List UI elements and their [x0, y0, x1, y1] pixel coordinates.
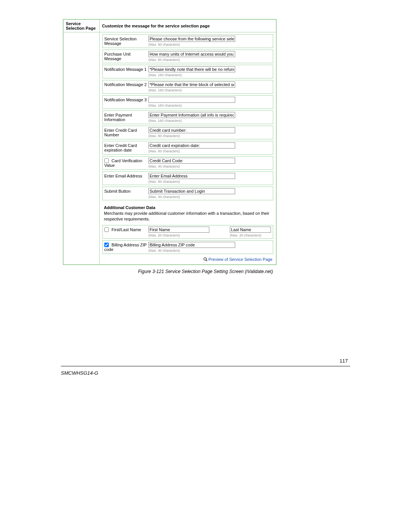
input-payment-info[interactable]: [148, 112, 235, 118]
panel-body: Service Selection Message (Max. 80 chara…: [100, 32, 276, 264]
additional-title: Additional Customer Data: [104, 205, 272, 211]
label-payment-info: Enter Payment Information: [104, 112, 148, 122]
model-id: SMCWHSG14-G: [61, 370, 350, 376]
preview-row: Preview of Service Selection Page: [100, 256, 276, 264]
input-purchase-unit[interactable]: [148, 51, 235, 57]
input-cc-number[interactable]: [148, 127, 235, 133]
label-billing-zip-text: Billing Address ZIP code: [104, 243, 147, 252]
label-cvv-text: Card Verification Value: [104, 158, 142, 168]
checkbox-billing-zip[interactable]: [104, 243, 109, 247]
label-notif2: Notification Message 2: [104, 81, 148, 87]
hint-notif1: (Max. 160 characters): [148, 73, 271, 77]
panel-right-header: Customize the message for the service se…: [100, 20, 276, 32]
row-notif2: Notification Message 2 (Max. 160 charact…: [102, 80, 273, 94]
panel-left-header: Service Selection Page: [64, 20, 100, 32]
checkbox-first-last[interactable]: [104, 227, 109, 232]
row-cvv: Card Verification Value (Max. 40 charact…: [102, 156, 273, 170]
page-number: 117: [61, 358, 350, 364]
label-notif3: Notification Message 3: [104, 97, 148, 102]
label-cc-number: Enter Credit Card Number: [104, 127, 148, 137]
hint-purchase-unit: (Max. 80 characters): [148, 58, 271, 62]
hint-service-selection: (Max. 80 characters): [148, 43, 271, 46]
row-billing-zip: Billing Address ZIP code (Max. 40 charac…: [102, 240, 273, 254]
hint-cc-exp: (Max. 80 characters): [148, 149, 271, 153]
row-notif1: Notification Message 1 (Max. 160 charact…: [102, 65, 273, 78]
hint-notif2: (Max. 160 characters): [148, 88, 271, 92]
input-last-name[interactable]: [230, 227, 271, 233]
label-purchase-unit: Purchase Unit Message: [104, 51, 148, 61]
hint-payment-info: (Max. 160 characters): [148, 119, 271, 123]
hint-last-name: (Max. 20 characters): [230, 233, 271, 237]
hint-billing-zip: (Max. 40 characters): [148, 249, 271, 252]
svg-point-0: [204, 257, 206, 260]
input-submit[interactable]: [148, 188, 235, 194]
row-first-last: First/Last Name (Max. 20 characters): [102, 225, 273, 239]
label-cc-exp: Enter Credit Card expiration date: [104, 142, 148, 152]
input-service-selection[interactable]: [148, 36, 235, 42]
settings-panel: Service Selection Page Customize the mes…: [63, 19, 277, 265]
figure-caption: Figure 3-121 Service Selection Page Sett…: [61, 269, 350, 274]
label-first-last-text: First/Last Name: [110, 227, 141, 232]
magnifier-icon: [203, 257, 208, 262]
row-purchase-unit: Purchase Unit Message (Max. 80 character…: [102, 50, 273, 63]
hint-cvv: (Max. 40 characters): [148, 165, 271, 168]
label-email: Enter Email Address: [104, 173, 148, 178]
preview-link[interactable]: Preview of Service Selection Page: [209, 257, 272, 262]
label-first-last: First/Last Name: [104, 227, 148, 232]
hint-first-name: (Max. 20 characters): [148, 233, 209, 237]
input-billing-zip[interactable]: [148, 242, 235, 248]
label-notif1: Notification Message 1: [104, 66, 148, 72]
input-notif3[interactable]: [148, 97, 235, 103]
additional-desc: Merchants may provide additional custome…: [104, 211, 272, 222]
panel-left-spacer: [64, 32, 100, 264]
input-notif2[interactable]: [148, 81, 235, 88]
footer-rule: [61, 366, 350, 366]
row-notif3: Notification Message 3 (Max. 160 charact…: [102, 95, 273, 109]
additional-section: Additional Customer Data Merchants may p…: [100, 202, 276, 224]
row-submit: Submit Button (Max. 40 characters): [102, 187, 273, 200]
hint-email: (Max. 80 characters): [148, 180, 271, 184]
hint-submit: (Max. 40 characters): [148, 195, 271, 199]
hint-cc-number: (Max. 80 characters): [148, 134, 271, 138]
label-service-selection: Service Selection Message: [104, 36, 148, 46]
row-cc-exp: Enter Credit Card expiration date (Max. …: [102, 141, 273, 155]
row-cc-number: Enter Credit Card Number (Max. 80 charac…: [102, 126, 273, 139]
label-billing-zip: Billing Address ZIP code: [104, 242, 148, 252]
checkbox-cvv[interactable]: [104, 158, 109, 163]
input-cc-exp[interactable]: [148, 142, 235, 149]
input-email[interactable]: [148, 173, 235, 179]
row-email: Enter Email Address (Max. 80 characters): [102, 171, 273, 185]
input-first-name[interactable]: [148, 227, 209, 233]
input-cvv[interactable]: [148, 158, 235, 164]
svg-line-1: [206, 260, 207, 261]
input-notif1[interactable]: [148, 66, 235, 72]
row-service-selection: Service Selection Message (Max. 80 chara…: [102, 34, 273, 48]
row-payment-info: Enter Payment Information (Max. 160 char…: [102, 110, 273, 124]
label-cvv: Card Verification Value: [104, 158, 148, 168]
hint-notif3: (Max. 160 characters): [148, 104, 271, 107]
label-submit: Submit Button: [104, 188, 148, 193]
